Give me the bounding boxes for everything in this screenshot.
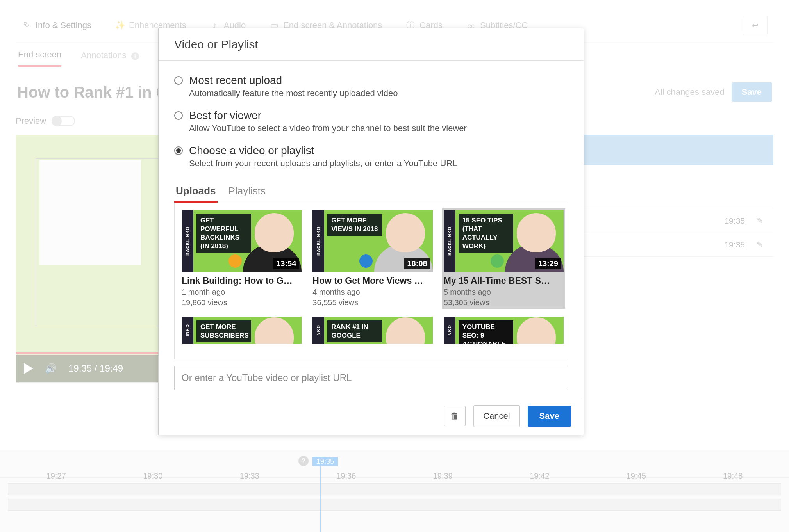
- thumb-brand-strip: BACKLINKO: [182, 210, 193, 272]
- video-duration: 13:54: [273, 258, 299, 269]
- thumb-decal-icon: [359, 254, 373, 268]
- video-thumbnail: BACKLINKO GET MORE VIEWS IN 2018 18:08: [312, 210, 432, 272]
- video-age: 4 months ago: [312, 288, 432, 297]
- delete-button[interactable]: 🗑: [444, 406, 466, 426]
- thumb-text-overlay: YOUTUBE SEO: 9 ACTIONABLE: [459, 320, 513, 344]
- trash-icon: 🗑: [450, 411, 459, 421]
- video-card[interactable]: INKO GET MORE SUBSCRIBERS: [180, 315, 303, 345]
- video-card[interactable]: BACKLINKO GET MORE VIEWS IN 2018 18:08 H…: [311, 208, 434, 309]
- cancel-button[interactable]: Cancel: [473, 405, 519, 427]
- video-card[interactable]: BACKLINKO GET POWERFUL BACKLINKS (IN 201…: [180, 208, 303, 309]
- radio-most-recent-title: Most recent upload: [189, 74, 398, 87]
- thumb-text-overlay: GET MORE SUBSCRIBERS: [196, 320, 251, 342]
- video-duration: 18:08: [404, 258, 430, 269]
- tab-playlists[interactable]: Playlists: [227, 182, 267, 203]
- video-views: 36,555 views: [312, 298, 432, 307]
- video-age: 5 months ago: [444, 288, 564, 297]
- thumb-brand-strip: INKO: [182, 317, 193, 344]
- thumb-text-overlay: 15 SEO TIPS (THAT ACTUALLY WORK): [459, 214, 513, 253]
- video-title: How to Get More Views …: [312, 276, 432, 286]
- video-thumbnail: INKO GET MORE SUBSCRIBERS: [182, 317, 302, 344]
- radio-best-for-viewer-desc: Allow YouTube to select a video from you…: [189, 123, 467, 133]
- thumb-decal-icon: [228, 254, 242, 268]
- radio-choose-video-title: Choose a video or playlist: [189, 144, 457, 157]
- video-views: 53,305 views: [444, 298, 564, 307]
- modal-title: Video or Playlist: [159, 28, 584, 61]
- video-thumbnail: BACKLINKO 15 SEO TIPS (THAT ACTUALLY WOR…: [444, 210, 564, 272]
- video-age: 1 month ago: [182, 288, 302, 297]
- youtube-url-input[interactable]: [174, 366, 568, 390]
- thumb-brand-strip: BACKLINKO: [444, 210, 455, 272]
- thumb-figure-head: [386, 317, 425, 344]
- video-thumbnail: NKO RANK #1 IN GOOGLE: [312, 317, 432, 344]
- video-views: 19,860 views: [182, 298, 302, 307]
- radio-icon[interactable]: [174, 111, 183, 120]
- radio-most-recent-desc: Automatically feature the most recently …: [189, 88, 398, 98]
- radio-choose-video-desc: Select from your recent uploads and play…: [189, 158, 457, 169]
- thumb-figure-head: [255, 317, 294, 344]
- radio-icon[interactable]: [174, 146, 183, 155]
- thumb-text-overlay: GET MORE VIEWS IN 2018: [327, 214, 382, 236]
- video-card[interactable]: NKO RANK #1 IN GOOGLE: [311, 315, 434, 345]
- thumb-figure-head: [386, 213, 425, 252]
- tab-uploads[interactable]: Uploads: [174, 182, 218, 203]
- radio-most-recent[interactable]: Most recent upload Automatically feature…: [174, 71, 568, 106]
- thumb-text-overlay: RANK #1 IN GOOGLE: [327, 320, 382, 342]
- video-or-playlist-modal: Video or Playlist Most recent upload Aut…: [158, 28, 584, 435]
- video-card-selected[interactable]: BACKLINKO 15 SEO TIPS (THAT ACTUALLY WOR…: [442, 208, 565, 309]
- video-card[interactable]: NKO YOUTUBE SEO: 9 ACTIONABLE: [442, 315, 565, 345]
- video-grid-scroll[interactable]: BACKLINKO GET POWERFUL BACKLINKS (IN 201…: [174, 203, 568, 359]
- thumb-brand-strip: NKO: [444, 317, 455, 344]
- radio-icon[interactable]: [174, 76, 183, 85]
- radio-best-for-viewer[interactable]: Best for viewer Allow YouTube to select …: [174, 106, 568, 141]
- video-thumbnail: NKO YOUTUBE SEO: 9 ACTIONABLE: [444, 317, 564, 344]
- video-title: My 15 All-Time BEST S…: [444, 276, 564, 286]
- save-button[interactable]: Save: [528, 406, 571, 427]
- thumb-brand-strip: BACKLINKO: [312, 210, 324, 272]
- video-grid: BACKLINKO GET POWERFUL BACKLINKS (IN 201…: [180, 208, 565, 345]
- modal-footer: 🗑 Cancel Save: [159, 397, 584, 435]
- modal-body: Most recent upload Automatically feature…: [159, 61, 584, 397]
- content-type-tabs: Uploads Playlists: [174, 182, 568, 203]
- thumb-figure-head: [517, 317, 556, 344]
- video-title: Link Building: How to G…: [182, 276, 302, 286]
- video-thumbnail: BACKLINKO GET POWERFUL BACKLINKS (IN 201…: [182, 210, 302, 272]
- thumb-brand-strip: NKO: [312, 317, 324, 344]
- radio-best-for-viewer-title: Best for viewer: [189, 109, 467, 122]
- thumb-figure-head: [517, 213, 556, 252]
- video-duration: 13:29: [535, 258, 561, 269]
- thumb-text-overlay: GET POWERFUL BACKLINKS (IN 2018): [196, 214, 251, 253]
- radio-choose-video[interactable]: Choose a video or playlist Select from y…: [174, 141, 568, 176]
- thumb-figure-head: [255, 213, 294, 252]
- thumb-decal-icon: [491, 254, 504, 268]
